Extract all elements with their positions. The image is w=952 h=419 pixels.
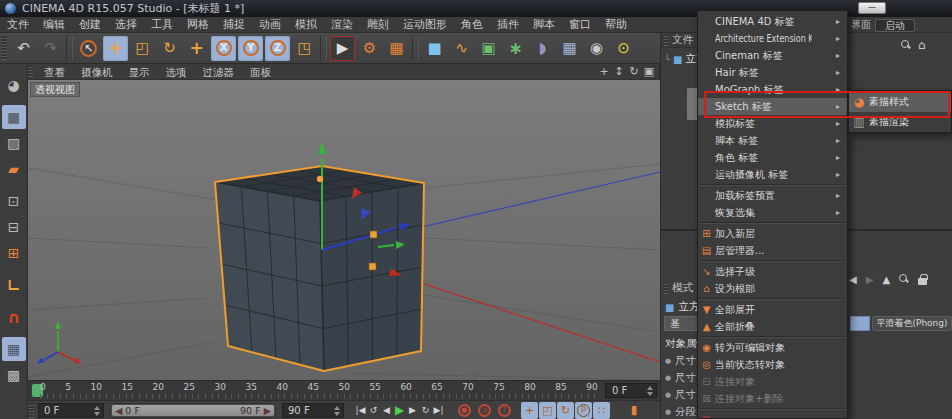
maximize-view-icon[interactable]: ▣	[643, 65, 655, 78]
goto-end-button[interactable]: ▶|	[432, 402, 445, 419]
submenu-item-sketch-style[interactable]: ◕ 素描样式	[849, 92, 951, 112]
move-tool-button[interactable]: +	[103, 36, 128, 61]
keyframe-selection-button[interactable]: ?	[495, 402, 513, 419]
rotate-tool-button[interactable]: ↻	[157, 36, 182, 61]
light-button[interactable]: ⊙	[611, 36, 636, 61]
record-keyframe-button[interactable]: ●	[455, 402, 473, 419]
end-frame-field[interactable]: 90 F	[282, 403, 344, 418]
menu-item-set-as-root[interactable]: ⌂ 设为根部	[698, 280, 847, 297]
vp-menu-display[interactable]: 显示	[121, 64, 158, 80]
menu-item-layer-manager[interactable]: ▤ 层管理器...	[698, 242, 847, 259]
model-mode-button[interactable]: ■	[2, 105, 26, 129]
floor-button[interactable]: ▦	[557, 36, 582, 61]
camera-button[interactable]: ◉	[584, 36, 609, 61]
toolbar-grip[interactable]	[2, 36, 7, 60]
zoom-view-icon[interactable]: ↕	[613, 65, 625, 78]
home-icon[interactable]: ⌂	[918, 40, 926, 50]
attribute-search-icon[interactable]	[899, 274, 909, 284]
live-selection-button[interactable]: ↖	[76, 36, 101, 61]
nav-up-icon[interactable]: ▲	[882, 274, 890, 285]
menu-item-hair-tags[interactable]: Hair 标签 ▸	[698, 64, 847, 81]
redo-button[interactable]: ↷	[38, 36, 63, 61]
menu-plugins[interactable]: 插件	[490, 17, 526, 33]
workplane-mode-button[interactable]: ▰	[2, 157, 26, 181]
start-frame-field[interactable]: 0 F	[38, 403, 104, 418]
record-parameter-button[interactable]: P	[575, 402, 592, 419]
make-editable-button[interactable]: ◕	[2, 73, 26, 97]
range-left-arrow-icon[interactable]: ◀	[115, 405, 122, 416]
menu-item-script-tags[interactable]: 脚本 标签 ▸	[698, 132, 847, 149]
pan-view-icon[interactable]: +	[598, 65, 610, 78]
vp-menu-options[interactable]: 选项	[158, 64, 195, 80]
record-rotation-button[interactable]: ↻	[557, 402, 574, 419]
menu-character[interactable]: 角色	[454, 17, 490, 33]
menu-item-mograph-tags[interactable]: MoGraph 标签 ▸	[698, 81, 847, 98]
menu-help[interactable]: 帮助	[598, 17, 634, 33]
object-manager-file-menu[interactable]: 文件	[672, 33, 693, 47]
record-position-button[interactable]: +	[521, 402, 538, 419]
lock-x-axis-button[interactable]: X	[211, 36, 236, 61]
lock-y-axis-button[interactable]: Y	[238, 36, 263, 61]
nav-forward-icon[interactable]: ▶	[866, 274, 874, 285]
vp-menu-camera[interactable]: 摄像机	[73, 64, 121, 80]
vp-menu-view[interactable]: 查看	[36, 64, 73, 80]
menu-item-cinema4d-tags[interactable]: CINEMA 4D 标签 ▸	[698, 13, 847, 30]
texture-mode-button[interactable]: ▨	[2, 131, 26, 155]
menu-item-collapse-all[interactable]: ▲ 全部折叠	[698, 318, 847, 335]
view-label[interactable]: 透视视图	[30, 82, 80, 97]
last-tool-button[interactable]: +	[184, 36, 209, 61]
render-settings-button[interactable]: ⚙	[357, 36, 382, 61]
snap-button[interactable]: ∩	[2, 305, 26, 329]
transport-grip[interactable]	[29, 403, 34, 418]
nav-back-icon[interactable]: ◀	[849, 274, 857, 285]
viewport-grip[interactable]	[28, 66, 33, 77]
viewport-3d-view[interactable]: 透视视图	[28, 80, 660, 380]
prev-frame-button[interactable]: ◀	[380, 402, 393, 419]
lock-z-axis-button[interactable]: Z	[265, 36, 290, 61]
edge-mode-button[interactable]: ⊟	[2, 215, 26, 239]
start-frame-stepper[interactable]	[93, 406, 101, 416]
play-button[interactable]: ▶	[393, 402, 406, 419]
menu-window[interactable]: 窗口	[562, 17, 598, 33]
menu-item-restore-selection[interactable]: 恢复选集 ▸	[698, 204, 847, 221]
search-icon[interactable]	[901, 40, 911, 50]
axis-mode-button[interactable]: ∟	[2, 273, 26, 297]
timeline-ruler[interactable]: 051015202530354045505560657075808590 0 F	[28, 380, 660, 400]
range-right-arrow-icon[interactable]: ▶	[264, 405, 271, 416]
menu-select[interactable]: 选择	[108, 17, 144, 33]
next-frame-button[interactable]: ▶	[406, 402, 419, 419]
record-scale-button[interactable]: ◰	[539, 402, 556, 419]
menu-tools[interactable]: 工具	[144, 17, 180, 33]
autokey-button[interactable]: ◷	[475, 402, 493, 419]
scale-tool-button[interactable]: ◰	[130, 36, 155, 61]
menu-animate[interactable]: 动画	[252, 17, 288, 33]
menu-item-current-state-to-object[interactable]: ◎ 当前状态转对象	[698, 356, 847, 373]
minimize-button[interactable]: —	[858, 2, 886, 14]
polygon-mode-button[interactable]: ⊞	[2, 241, 26, 265]
submenu-item-sketch-render[interactable]: ▥ 素描渲染	[849, 112, 951, 132]
menu-snap[interactable]: 捕捉	[216, 17, 252, 33]
spline-pen-button[interactable]: ∿	[449, 36, 474, 61]
menu-mograph[interactable]: 运动图形	[396, 17, 454, 33]
end-frame-stepper[interactable]	[333, 406, 341, 416]
frame-range-slider[interactable]: ◀ 0 F 90 F ▶	[110, 403, 276, 418]
render-queue-button[interactable]: ▦	[384, 36, 409, 61]
vp-menu-filter[interactable]: 过滤器	[195, 64, 243, 80]
menu-edit[interactable]: 编辑	[36, 17, 72, 33]
toolbar-separator[interactable]	[66, 36, 73, 60]
layout-select[interactable]: 启动	[875, 19, 915, 32]
workplane-lock-button[interactable]: ▦	[2, 337, 26, 361]
menu-sculpt[interactable]: 雕刻	[360, 17, 396, 33]
menu-item-sketch-tags[interactable]: Sketch 标签 ▸	[698, 98, 847, 115]
attribute-grip[interactable]	[664, 283, 668, 294]
menu-item-connect-objects[interactable]: ⊟ 连接对象	[698, 373, 847, 390]
menu-mesh[interactable]: 网格	[180, 17, 216, 33]
lock-icon[interactable]	[918, 278, 927, 285]
menu-item-connect-objects-delete[interactable]: ⊠ 连接对象+删除	[698, 390, 847, 407]
array-button[interactable]: ∗	[503, 36, 528, 61]
undo-button[interactable]: ↶	[11, 36, 36, 61]
workplane-snap-button[interactable]: ▩	[2, 363, 26, 387]
point-mode-button[interactable]: ⊡	[2, 189, 26, 213]
record-pla-button[interactable]: ∷	[593, 402, 610, 419]
menu-file[interactable]: 文件	[0, 17, 36, 33]
